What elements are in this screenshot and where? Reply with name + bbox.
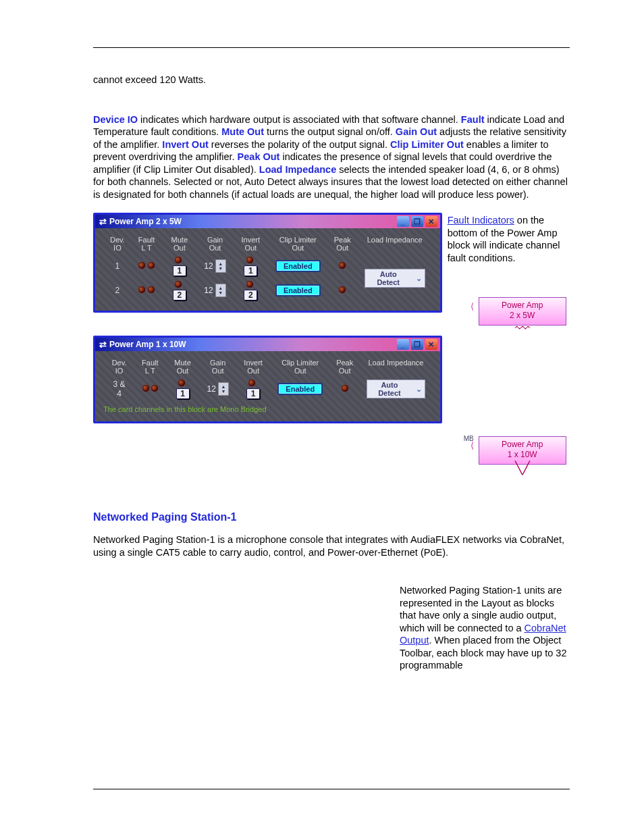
close-button[interactable]: ✕ [425, 339, 437, 350]
exchange-icon: ⇄ [99, 340, 107, 350]
table-row: 3 & 4 1 12▲▼ 1 Enabled Auto Detect⌄ [103, 377, 432, 401]
connector-icon: ⟨ [471, 301, 474, 311]
invert-button[interactable]: 1 [244, 265, 257, 276]
minimize-button[interactable]: _ [397, 216, 409, 227]
em-load: Load Impedance [259, 164, 336, 175]
power-amp-10w-title: Power Amp 1 x 10W [109, 340, 186, 349]
em-invert: Invert Out [162, 139, 208, 150]
mute-button[interactable]: 1 [176, 388, 190, 399]
invert-led [246, 257, 253, 263]
power-amp-10w-grid: Dev.IO FaultL T MuteOut GainOut InvertOu… [103, 357, 432, 401]
em-peak: Peak Out [238, 151, 280, 162]
fault-l-led [138, 262, 145, 269]
em-gain: Gain Out [396, 126, 437, 137]
gain-stepper[interactable]: ▲▼ [215, 284, 226, 297]
clip-limiter-button[interactable]: Enabled [277, 383, 323, 395]
connector-icon: ⟨ [471, 440, 474, 450]
em-mute: Mute Out [221, 126, 264, 137]
clip-limiter-button[interactable]: Enabled [275, 284, 321, 296]
minimize-button[interactable]: _ [397, 339, 409, 350]
nps-right-paragraph: Networked Paging Station-1 units are rep… [400, 584, 568, 672]
intro-line: cannot exceed 120 Watts. [93, 74, 570, 86]
invert-button[interactable]: 1 [246, 388, 260, 399]
maximize-button[interactable]: ❐ [411, 339, 423, 350]
mute-led [175, 257, 182, 263]
clip-limiter-button[interactable]: Enabled [275, 260, 321, 272]
table-row: 1 1 12▲▼ 1 Enabled Auto Detect⌄ [103, 254, 432, 278]
footer-rule [93, 789, 570, 789]
em-devio: Device IO [93, 114, 138, 125]
fault-indicators-link[interactable]: Fault Indicators [448, 215, 514, 226]
power-amp-10w-titlebar[interactable]: ⇄ Power Amp 1 x 10W _ ❐ ✕ [95, 338, 440, 351]
mute-button[interactable]: 1 [173, 265, 186, 276]
mono-bridged-note: The card channels in this block are Mono… [103, 405, 432, 413]
nps-image-placeholder [93, 584, 383, 679]
power-amp-5w-window: ⇄ Power Amp 2 x 5W _ ❐ ✕ Dev.IO FaultL T… [93, 213, 442, 313]
mute-button[interactable]: 2 [173, 290, 186, 301]
power-amp-5w-titlebar[interactable]: ⇄ Power Amp 2 x 5W _ ❐ ✕ [95, 215, 440, 228]
wave-tail: 〰 [479, 325, 566, 334]
wave-tail: ╲╱ [479, 465, 566, 473]
gain-stepper[interactable]: ▲▼ [218, 382, 229, 396]
nps-intro: Networked Paging Station-1 is a micropho… [93, 533, 570, 558]
em-clip: Clip Limiter Out [390, 139, 464, 150]
nps-heading: Networked Paging Station-1 [93, 511, 570, 524]
load-impedance-dropdown[interactable]: Auto Detect⌄ [365, 269, 425, 288]
power-amp-5w-title: Power Amp 2 x 5W [109, 217, 182, 226]
chevron-down-icon: ⌄ [416, 274, 422, 283]
exchange-icon: ⇄ [99, 217, 107, 227]
fault-side-text: Fault Indicators on the bottom of the Po… [448, 214, 570, 264]
power-amp-10w-block[interactable]: MB ⟨ Power Amp 1 x 10W ╲╱ [479, 436, 566, 473]
fault-t-led [148, 262, 155, 269]
controls-paragraph: Device IO indicates which hardware outpu… [93, 113, 570, 201]
invert-button[interactable]: 2 [244, 290, 257, 301]
em-fault: Fault [461, 114, 485, 125]
load-impedance-dropdown[interactable]: Auto Detect⌄ [367, 380, 425, 398]
peak-led [339, 262, 346, 269]
power-amp-10w-window: ⇄ Power Amp 1 x 10W _ ❐ ✕ Dev.IO FaultL … [93, 336, 442, 423]
power-amp-5w-grid: Dev.IO FaultL T MuteOut GainOut InvertOu… [103, 234, 432, 303]
gain-stepper[interactable]: ▲▼ [215, 259, 226, 273]
power-amp-5w-block[interactable]: ⟨ Power Amp 2 x 5W 〰 [479, 297, 566, 334]
header-rule [93, 47, 570, 48]
chevron-down-icon: ⌄ [416, 385, 422, 394]
close-button[interactable]: ✕ [425, 216, 437, 227]
maximize-button[interactable]: ❐ [411, 216, 423, 227]
